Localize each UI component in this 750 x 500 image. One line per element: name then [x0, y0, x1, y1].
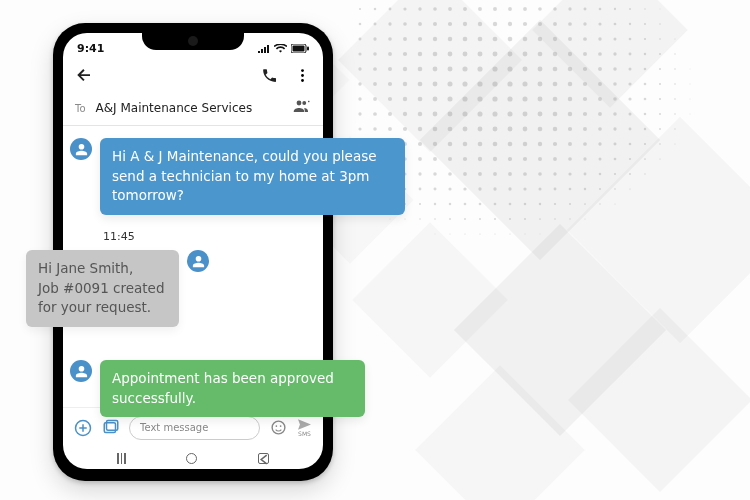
svg-point-109: [403, 67, 407, 71]
svg-point-329: [524, 218, 526, 220]
svg-point-193: [628, 112, 631, 115]
svg-point-50: [493, 22, 497, 26]
svg-point-323: [434, 218, 436, 220]
home-button[interactable]: [186, 453, 197, 464]
svg-point-20: [359, 8, 361, 10]
svg-point-179: [418, 112, 423, 117]
svg-point-173: [674, 98, 676, 100]
svg-point-159: [462, 96, 467, 101]
svg-point-163: [522, 96, 527, 101]
svg-point-313: [524, 203, 527, 206]
svg-point-151: [690, 84, 691, 85]
svg-point-197: [690, 114, 691, 115]
svg-point-113: [462, 66, 467, 71]
svg-point-103: [644, 53, 646, 55]
svg-point-316: [569, 203, 571, 205]
svg-point-70: [478, 37, 483, 42]
svg-point-258: [598, 157, 601, 160]
svg-point-165: [553, 97, 558, 102]
message-input[interactable]: Text message: [129, 416, 260, 440]
svg-point-249: [463, 157, 467, 161]
svg-point-122: [598, 67, 602, 71]
add-recipient-button[interactable]: [293, 98, 311, 117]
svg-point-213: [583, 127, 587, 131]
gallery-button[interactable]: [101, 418, 121, 438]
svg-point-40: [660, 9, 661, 10]
svg-point-167: [583, 97, 587, 101]
svg-point-294: [523, 187, 526, 190]
svg-point-108: [388, 67, 392, 71]
svg-point-215: [613, 127, 616, 130]
svg-point-71: [493, 37, 498, 42]
emoji-button[interactable]: [268, 418, 288, 438]
svg-point-55: [568, 22, 572, 26]
svg-point-276: [553, 172, 556, 175]
svg-point-355: [301, 69, 304, 72]
svg-point-166: [568, 97, 573, 102]
svg-point-209: [523, 127, 528, 132]
svg-point-297: [569, 188, 572, 191]
svg-point-76: [568, 37, 572, 41]
svg-point-206: [478, 127, 483, 132]
svg-point-208: [508, 127, 513, 132]
svg-point-85: [373, 52, 377, 56]
svg-point-68: [448, 37, 453, 42]
send-button[interactable]: SMS: [296, 418, 313, 436]
svg-point-311: [494, 203, 497, 206]
recents-button[interactable]: [117, 453, 126, 464]
svg-point-247: [433, 157, 437, 161]
svg-point-81: [644, 38, 646, 40]
svg-point-39: [644, 8, 645, 9]
svg-point-130: [373, 82, 377, 86]
svg-point-216: [629, 128, 632, 131]
svg-point-211: [553, 127, 557, 131]
svg-point-275: [538, 172, 542, 176]
message-out-2: Appointment has been approved successful…: [70, 360, 415, 417]
svg-point-61: [659, 23, 660, 24]
svg-point-339: [509, 233, 510, 234]
svg-point-202: [418, 127, 422, 131]
svg-point-257: [583, 157, 586, 160]
svg-point-146: [613, 82, 617, 86]
svg-point-80: [629, 38, 632, 41]
svg-point-279: [599, 173, 602, 176]
svg-point-121: [583, 67, 587, 71]
svg-point-248: [448, 157, 452, 161]
svg-point-30: [508, 7, 512, 11]
message-out-1: Hi A & J Maintenance, could you please s…: [70, 138, 415, 215]
svg-point-120: [568, 67, 572, 71]
svg-point-325: [464, 218, 466, 220]
svg-point-199: [373, 127, 377, 131]
svg-point-207: [493, 127, 498, 132]
back-arrow-icon: [75, 66, 93, 84]
svg-point-116: [507, 66, 512, 71]
svg-point-282: [644, 173, 645, 174]
svg-point-46: [433, 22, 437, 26]
svg-point-88: [418, 52, 422, 56]
svg-point-272: [493, 172, 497, 176]
svg-point-135: [447, 81, 452, 86]
more-vert-icon: [294, 67, 311, 84]
svg-point-331: [554, 218, 556, 220]
add-button[interactable]: [73, 418, 93, 438]
svg-point-317: [584, 203, 586, 205]
svg-point-186: [523, 112, 528, 117]
svg-point-232: [538, 142, 542, 146]
svg-point-105: [674, 53, 675, 54]
call-button[interactable]: [261, 67, 278, 88]
svg-rect-350: [415, 365, 585, 500]
svg-point-319: [614, 203, 615, 204]
emoji-icon: [270, 419, 287, 436]
back-nav-button[interactable]: [258, 453, 269, 464]
back-button[interactable]: [75, 66, 93, 88]
overflow-button[interactable]: [294, 67, 311, 88]
svg-point-267: [418, 172, 421, 175]
svg-point-35: [584, 8, 587, 11]
svg-point-143: [568, 82, 573, 87]
svg-point-127: [674, 68, 676, 70]
svg-point-87: [403, 52, 407, 56]
group-add-icon: [293, 99, 311, 113]
svg-point-239: [644, 143, 646, 145]
battery-icon: [291, 44, 309, 53]
svg-point-160: [477, 96, 482, 101]
